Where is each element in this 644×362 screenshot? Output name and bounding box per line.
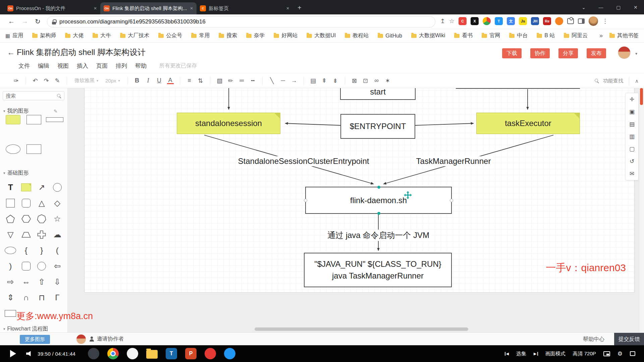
extension-x-icon[interactable]: X xyxy=(471,17,479,25)
bookmark-item[interactable]: 好网站 xyxy=(274,32,298,39)
node-flink-daemon[interactable]: flink-daemon.sh xyxy=(305,187,452,214)
node-entrypoint[interactable]: $ENTRYPOINT xyxy=(340,114,415,139)
bookmark-item[interactable]: 大佬 xyxy=(65,32,84,39)
help-center-link[interactable]: 帮助中心 xyxy=(583,336,604,343)
bookmark-item[interactable]: 搜索 xyxy=(219,32,237,39)
arrow-ud-shape[interactable]: ⇕ xyxy=(7,294,14,302)
action-button-3[interactable]: 发布 xyxy=(587,48,606,58)
bookmarks-overflow-icon[interactable]: » xyxy=(599,32,603,39)
connector-straight-icon[interactable]: ─ xyxy=(280,77,286,84)
t-app-icon[interactable]: T xyxy=(166,348,177,359)
action-button-1[interactable]: 协作 xyxy=(530,48,550,58)
line-color-icon[interactable]: ✏ xyxy=(227,77,234,84)
forward-icon[interactable]: → xyxy=(21,17,28,25)
label-standalone-class[interactable]: StandaloneSessionClusterEntrypoint xyxy=(236,156,371,166)
extension-c-icon[interactable]: C xyxy=(459,17,467,25)
align-objects-icon[interactable]: ▤ xyxy=(310,77,317,84)
arrow-lr-shape[interactable]: ⇔ xyxy=(22,278,30,286)
font-family-select[interactable]: 微软雅黑▾ xyxy=(73,77,100,84)
bookmark-item[interactable]: 大数据UI xyxy=(307,32,336,39)
cut-off-node[interactable] xyxy=(456,88,580,89)
arrow-style-icon[interactable]: → xyxy=(291,77,298,84)
ellipse2-shape[interactable] xyxy=(5,247,16,254)
section-flowchart[interactable]: ▾ Flowchart 流程图 xyxy=(3,325,48,333)
bookmark-item[interactable]: 大厂技术 xyxy=(120,32,149,39)
bold-icon[interactable]: B xyxy=(134,77,141,84)
square-shape[interactable] xyxy=(6,199,15,207)
refresh-icon[interactable]: ↻ xyxy=(35,17,41,25)
p-app-icon[interactable]: P xyxy=(185,348,197,359)
notes-icon[interactable]: ▥ xyxy=(629,134,635,139)
vertical-scroll-thumb[interactable] xyxy=(640,88,643,105)
chrome-app-icon[interactable] xyxy=(107,348,119,359)
sticky-note-shape[interactable] xyxy=(21,183,31,191)
menu-0[interactable]: 文件 xyxy=(18,62,30,70)
rect2-shape[interactable] xyxy=(26,144,41,154)
paren-right-shape[interactable]: ) xyxy=(9,262,12,270)
page-icon[interactable]: ▢ xyxy=(629,146,635,152)
vertical-scroll-track[interactable] xyxy=(639,88,644,333)
line-dash-icon[interactable]: ╍ xyxy=(250,77,256,84)
menu-3[interactable]: 插入 xyxy=(77,62,88,70)
bookmark-item[interactable]: 中台 xyxy=(509,32,528,39)
format-painter-icon[interactable]: ✎ xyxy=(54,77,61,84)
url-omnibox[interactable]: processon.com/diagraming/61e952935653bb6… xyxy=(47,16,435,27)
rect-wide-shape[interactable] xyxy=(5,310,16,317)
fill-color-icon[interactable]: ▧ xyxy=(216,77,223,84)
arrow-left-shape[interactable]: ⇦ xyxy=(54,262,61,270)
menu-6[interactable]: 帮助 xyxy=(135,62,147,70)
app-back-icon[interactable]: ← xyxy=(7,48,15,57)
bookmark-item[interactable]: ▦应用 xyxy=(5,32,23,39)
link-icon[interactable]: ∞ xyxy=(373,77,380,84)
action-button-0[interactable]: 下载 xyxy=(502,48,522,58)
tab-close-icon[interactable]: ✕ xyxy=(190,6,193,11)
quality-button[interactable]: 高清 720P xyxy=(573,351,596,357)
brace-right-shape[interactable]: } xyxy=(40,246,43,254)
feedback-button[interactable]: 提交反馈 xyxy=(614,333,644,346)
extension-colorful-icon[interactable] xyxy=(483,17,491,25)
browser-tab-0[interactable]: OnProcessOn - 我的文件✕ xyxy=(4,2,100,14)
action-button-2[interactable]: 分享 xyxy=(558,48,578,58)
heptagon-shape[interactable] xyxy=(37,214,46,224)
invite-collaborators[interactable]: 邀请协作者 xyxy=(89,336,124,343)
extension-re-icon[interactable]: Re xyxy=(543,17,551,25)
italic-icon[interactable]: I xyxy=(145,77,152,84)
trapezoid-shape[interactable] xyxy=(21,230,31,239)
pentagon-shape[interactable] xyxy=(6,214,15,224)
inverted-triangle-shape[interactable]: ▽ xyxy=(7,231,13,239)
magic-layout-icon[interactable]: ✶ xyxy=(384,77,391,84)
picture-in-picture-icon[interactable] xyxy=(603,351,610,356)
side-panel-icon[interactable] xyxy=(578,18,585,24)
brace-left-shape[interactable]: { xyxy=(25,246,28,254)
horizontal-scrollbar[interactable] xyxy=(255,327,468,331)
collapse-toolbar-icon[interactable]: ∧ xyxy=(635,78,639,84)
label-jvm-note[interactable]: 通过 java 命令启动一个 JVM xyxy=(326,230,431,241)
white-app-icon[interactable] xyxy=(127,348,138,359)
connection-handle-top[interactable] xyxy=(377,186,380,189)
node-java-command[interactable]: "$JAVA_RUN" ${CLASS_TO_RUN} java TaskMan… xyxy=(304,253,452,287)
u-bracket-shape[interactable]: ⊓ xyxy=(39,294,45,302)
avatar-caret-icon[interactable]: ▾ xyxy=(635,51,637,56)
comment-icon[interactable]: ✉ xyxy=(630,171,634,177)
close-window-icon[interactable]: ✕ xyxy=(634,5,638,10)
minimize-icon[interactable]: — xyxy=(599,5,603,10)
browser-tab-2[interactable]: C新标签页✕ xyxy=(197,2,293,14)
arr-line-shape[interactable]: ↗ xyxy=(38,183,45,191)
browser-menu-icon[interactable]: ⋮ xyxy=(602,17,608,25)
text-align-icon[interactable]: ≡ xyxy=(186,77,193,84)
bookmark-item[interactable]: 看书 xyxy=(454,32,473,39)
arrow-right-shape[interactable]: ⇨ xyxy=(7,278,14,286)
arrow-down-shape[interactable]: ⇩ xyxy=(54,278,61,286)
star-shape[interactable]: ☆ xyxy=(54,215,61,223)
bookmark-star-icon[interactable]: ☆ xyxy=(449,17,454,25)
node-start[interactable]: start xyxy=(340,88,416,100)
screen-mode-button[interactable]: 画面模式 xyxy=(545,351,566,357)
fullscreen-icon[interactable] xyxy=(630,351,635,356)
line-spacing-icon[interactable]: ⇅ xyxy=(197,77,204,84)
section-basic-shapes[interactable]: ▾ 基础图形 xyxy=(3,170,29,177)
more-shapes-button[interactable]: 更多图形 xyxy=(20,335,50,344)
cross-shape[interactable] xyxy=(37,230,46,239)
bookmark-item[interactable]: 大牛 xyxy=(93,32,111,39)
font-color-icon[interactable]: A xyxy=(167,77,174,84)
extension-jh-icon[interactable]: JH xyxy=(531,17,539,25)
